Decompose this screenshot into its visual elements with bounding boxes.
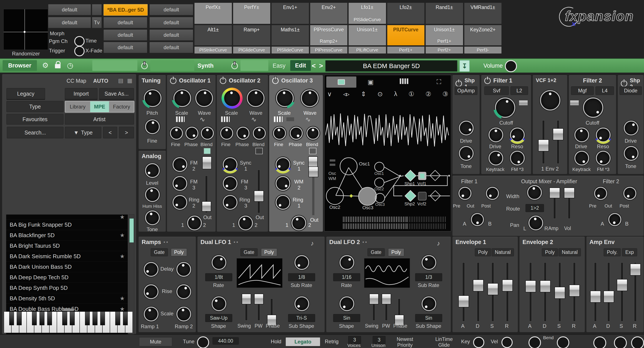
osc3-out-slider[interactable] — [312, 168, 314, 215]
keyboard-tab-icon[interactable] — [400, 78, 408, 86]
osc3-sync-slider[interactable] — [308, 156, 318, 168]
env1-release-slider[interactable] — [506, 262, 508, 321]
amp-fader[interactable] — [549, 188, 560, 198]
shp1-power-icon[interactable] — [456, 80, 462, 87]
morph-mini-button[interactable]: Tv — [92, 17, 102, 28]
morph-slot-button[interactable]: default — [150, 4, 193, 15]
lfo2-swing-fader[interactable] — [369, 294, 379, 304]
lfo1-swing-slider[interactable] — [245, 294, 248, 320]
scope-tab-selected[interactable] — [326, 77, 356, 88]
env2-attack-fader[interactable] — [525, 280, 536, 292]
amp-env-decay-slider[interactable] — [608, 262, 610, 321]
route-value[interactable]: 1>2 — [526, 204, 544, 212]
morph-slot-button[interactable]: default — [150, 17, 193, 28]
osc3-keytrack-icon[interactable] — [274, 116, 282, 122]
env1-decay-slider[interactable] — [477, 262, 479, 321]
filter2-drive-knob[interactable] — [574, 128, 589, 142]
level-knob[interactable] — [145, 163, 160, 178]
osc2-ring3-knob[interactable] — [223, 195, 238, 210]
next-page-button[interactable]: > — [119, 127, 134, 138]
glide-selector[interactable]: LinTimeGlide — [435, 336, 453, 348]
tune-value[interactable]: 440.00 — [212, 337, 239, 344]
osc1-scale-knob[interactable] — [174, 89, 191, 107]
env2-decay-fader[interactable] — [540, 280, 550, 292]
bend-up-knob[interactable] — [557, 336, 569, 348]
piano-black-key[interactable] — [70, 311, 74, 325]
morph-slot-button[interactable]: default — [104, 42, 147, 53]
morph-slot-button[interactable]: default — [104, 17, 147, 28]
list-item[interactable]: BA Deep Deep Tech 5D ★ — [6, 272, 128, 283]
save-as-button[interactable]: Save As... — [99, 88, 134, 99]
lfo2-rate-knob[interactable] — [340, 255, 354, 270]
osc3-mode-chip[interactable] — [286, 117, 294, 121]
osc2-blend-knob[interactable] — [253, 127, 266, 140]
osc2-phase-knob[interactable] — [236, 127, 250, 140]
morph-time-knob[interactable] — [74, 36, 84, 46]
list-item-clipped[interactable]: ★ — [6, 215, 128, 220]
osc3-sync1-knob[interactable] — [276, 157, 290, 172]
shp2-power-icon[interactable] — [621, 80, 627, 87]
env1-attack-slider[interactable] — [462, 262, 465, 321]
easy-tab[interactable]: Easy — [273, 59, 286, 73]
bend-down-knob[interactable] — [528, 336, 541, 348]
lfo1-gate-button[interactable]: Gate — [240, 248, 258, 256]
shp1-drive-knob[interactable] — [459, 121, 474, 135]
env2-release-fader[interactable] — [569, 285, 580, 297]
prev-preset-button[interactable]: < — [312, 59, 316, 73]
macro-knob-1[interactable] — [593, 336, 606, 348]
filter2-cutoff-knob[interactable] — [583, 98, 603, 118]
osc1-fm2-knob[interactable] — [172, 157, 187, 172]
search-input[interactable]: Search... — [7, 127, 64, 138]
mod-source-button[interactable]: Perf1+ — [387, 46, 425, 54]
env1-sustain-fader[interactable] — [488, 283, 498, 295]
filter2-slope-dropdown[interactable]: L4 — [596, 86, 614, 95]
mod-source-button[interactable]: Rand1± — [426, 3, 463, 24]
piano-black-key[interactable] — [115, 311, 120, 325]
lfo1-rate-knob[interactable] — [212, 255, 226, 270]
piano-black-key[interactable] — [17, 311, 22, 325]
list-scrollbar-thumb[interactable] — [130, 218, 134, 242]
type-filter-label[interactable]: Type — [6, 101, 64, 112]
lfo2-swing-slider[interactable] — [373, 294, 375, 320]
osc2-power-icon[interactable] — [220, 78, 226, 84]
lfo2-poly-button[interactable]: Poly — [388, 248, 404, 256]
env1-decay-fader[interactable] — [473, 279, 484, 291]
morph-active-preset-slot[interactable]: *BA ED..ger 5D — [104, 4, 148, 16]
env2-mode-button[interactable]: Natural — [558, 248, 581, 256]
lfo2-subshape-knob[interactable] — [422, 296, 436, 311]
mod-source-button[interactable]: PlSlideCurve — [271, 46, 309, 54]
mod-source-button[interactable]: Lfo2± — [387, 3, 425, 24]
mod-source-button[interactable]: PlStrikeCurve — [194, 46, 232, 54]
sort-by-dropdown[interactable]: ▼Type — [65, 127, 101, 138]
lfo2-tempo-sync-icon[interactable]: ♪ — [437, 240, 440, 247]
lfo1-tempo-sync-icon[interactable]: ♪ — [310, 240, 314, 247]
env2-poly-button[interactable]: Poly — [542, 248, 558, 256]
grid-view-icon[interactable]: ▤ — [118, 77, 124, 84]
osc3-sine-icon[interactable]: ∿ — [305, 116, 310, 123]
amp-env-release-slider[interactable] — [634, 262, 636, 321]
osc1-ring2-knob[interactable] — [172, 195, 187, 210]
favourite-star-icon[interactable]: ★ — [120, 295, 125, 302]
lfo1-pw-slider[interactable] — [258, 294, 260, 320]
lfo2-pw-fader[interactable] — [382, 294, 391, 304]
osc2-route-knob[interactable] — [238, 216, 253, 230]
mod-source-button[interactable]: Env2+ — [310, 3, 348, 24]
mixer-f2-pre-knob[interactable] — [594, 187, 607, 200]
env1-poly-button[interactable]: Poly — [475, 248, 491, 256]
width-knob[interactable] — [527, 185, 542, 200]
vol-fader[interactable] — [564, 188, 575, 198]
mod-source-button[interactable]: Unison1± Perf1+ — [426, 25, 463, 46]
osc1-sine-icon[interactable]: ∿ — [200, 116, 205, 123]
lfo1-subshape-knob[interactable] — [294, 296, 309, 311]
osc3-blend-mode-icon[interactable] — [309, 148, 316, 154]
osc1-out-fader[interactable] — [202, 201, 211, 212]
mod-icon-lr[interactable]: ◃▹ — [343, 90, 350, 98]
macro-knob-3[interactable] — [631, 336, 644, 348]
env1-attack-fader[interactable] — [458, 295, 469, 307]
lfo1-shape-value[interactable]: Saw-Up — [205, 314, 232, 322]
mod-source-button[interactable]: Ramp+ — [233, 25, 271, 46]
osc2-fine-knob[interactable] — [220, 127, 233, 140]
piano-black-key[interactable] — [9, 311, 14, 325]
mixer-f1-pre-knob[interactable] — [458, 187, 472, 200]
pan-knob[interactable] — [528, 216, 543, 230]
